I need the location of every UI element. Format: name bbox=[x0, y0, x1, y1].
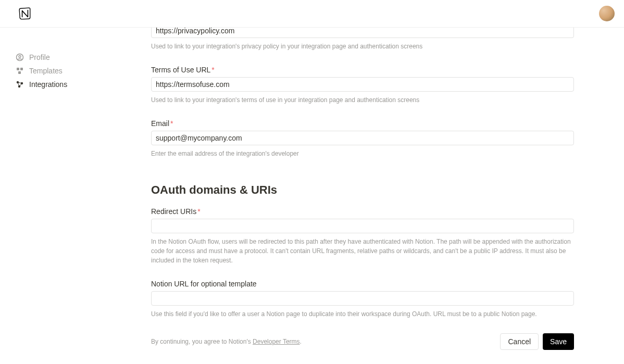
sidebar-item-label: Templates bbox=[29, 67, 63, 75]
templates-icon bbox=[16, 67, 24, 75]
email-input[interactable] bbox=[151, 131, 574, 145]
sidebar-item-label: Integrations bbox=[29, 80, 67, 89]
required-asterisk: * bbox=[211, 66, 214, 74]
form-footer: By continuing, you agree to Notion's Dev… bbox=[151, 333, 574, 350]
field-template-url: Notion URL for optional template Use thi… bbox=[151, 280, 608, 319]
field-email: Email* Enter the email address of the in… bbox=[151, 119, 608, 158]
profile-icon bbox=[16, 53, 24, 61]
terms-url-input[interactable] bbox=[151, 77, 574, 92]
integrations-icon bbox=[16, 80, 24, 89]
email-help: Enter the email address of the integrati… bbox=[151, 149, 574, 158]
sidebar-item-label: Profile bbox=[29, 53, 50, 61]
redirect-uris-label: Redirect URIs* bbox=[151, 207, 608, 216]
user-avatar[interactable] bbox=[599, 6, 615, 21]
redirect-uris-input[interactable] bbox=[151, 219, 574, 233]
sidebar-item-templates[interactable]: Templates bbox=[16, 64, 135, 78]
notion-logo[interactable] bbox=[18, 7, 32, 20]
privacy-url-input[interactable] bbox=[151, 28, 574, 38]
field-terms-url: Terms of Use URL* Used to link to your i… bbox=[151, 66, 608, 105]
template-url-help: Use this field if you'd like to offer a … bbox=[151, 309, 574, 319]
privacy-url-help: Used to link to your integration's priva… bbox=[151, 42, 574, 51]
app-header bbox=[0, 0, 624, 28]
redirect-uris-help: In the Notion OAuth flow, users will be … bbox=[151, 237, 574, 265]
svg-point-1 bbox=[19, 56, 21, 58]
required-asterisk: * bbox=[170, 119, 173, 128]
sidebar-nav: Profile Templates Integrati bbox=[0, 28, 135, 364]
sidebar-item-integrations[interactable]: Integrations bbox=[16, 78, 135, 91]
action-buttons: Cancel Save bbox=[500, 333, 574, 350]
field-privacy-url: Used to link to your integration's priva… bbox=[151, 28, 608, 51]
svg-rect-4 bbox=[18, 71, 21, 74]
save-button[interactable]: Save bbox=[543, 333, 574, 350]
svg-rect-2 bbox=[17, 68, 19, 70]
main-content: Used to link to your integration's priva… bbox=[135, 28, 624, 364]
oauth-section-heading: OAuth domains & URIs bbox=[151, 183, 608, 197]
template-url-input[interactable] bbox=[151, 291, 574, 306]
email-label: Email* bbox=[151, 119, 608, 128]
field-redirect-uris: Redirect URIs* In the Notion OAuth flow,… bbox=[151, 207, 608, 265]
terms-url-help: Used to link to your integration's terms… bbox=[151, 95, 574, 105]
cancel-button[interactable]: Cancel bbox=[500, 333, 539, 350]
terms-url-label: Terms of Use URL* bbox=[151, 66, 608, 74]
template-url-label: Notion URL for optional template bbox=[151, 280, 608, 288]
consent-text: By continuing, you agree to Notion's Dev… bbox=[151, 338, 302, 345]
developer-terms-link[interactable]: Developer Terms bbox=[253, 338, 299, 345]
svg-rect-3 bbox=[20, 68, 23, 70]
sidebar-item-profile[interactable]: Profile bbox=[16, 51, 135, 64]
required-asterisk: * bbox=[197, 207, 200, 216]
